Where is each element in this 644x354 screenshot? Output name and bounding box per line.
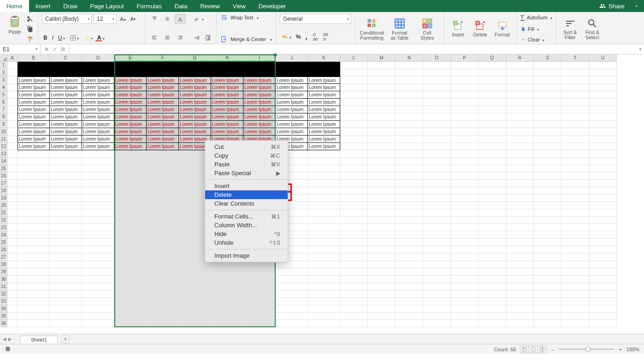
- cell-U31[interactable]: [589, 283, 617, 290]
- row-header-36[interactable]: 36: [0, 320, 7, 327]
- cell-S8[interactable]: [534, 113, 561, 121]
- cell-A31[interactable]: [7, 283, 18, 290]
- cell-C8[interactable]: Lorem Ipsum: [50, 113, 82, 121]
- cell-B14[interactable]: [18, 158, 50, 165]
- cell-P31[interactable]: [451, 283, 479, 290]
- cell-H2[interactable]: [211, 69, 243, 77]
- cell-O29[interactable]: [423, 268, 451, 276]
- cell-S29[interactable]: [534, 268, 561, 276]
- cell-K34[interactable]: [308, 305, 340, 313]
- cell-Q2[interactable]: [479, 69, 506, 77]
- cell-K18[interactable]: [308, 187, 340, 195]
- fill-button[interactable]: Fill: [528, 26, 534, 32]
- cell-S2[interactable]: [534, 69, 561, 77]
- cell-D18[interactable]: [82, 187, 114, 195]
- cell-F26[interactable]: [147, 246, 179, 254]
- tab-home[interactable]: Home: [0, 0, 29, 12]
- cell-B3[interactable]: Lorem Ipsum: [18, 77, 50, 84]
- cell-M21[interactable]: [368, 209, 396, 217]
- cell-D20[interactable]: [82, 202, 114, 209]
- row-header-25[interactable]: 25: [0, 239, 7, 246]
- cell-E19[interactable]: [114, 195, 147, 202]
- tab-insert[interactable]: Insert: [29, 0, 57, 12]
- column-header-R[interactable]: R: [506, 54, 534, 62]
- cell-N10[interactable]: [396, 128, 423, 136]
- cell-D35[interactable]: [82, 313, 114, 320]
- select-all-corner[interactable]: [0, 54, 7, 62]
- cell-T19[interactable]: [561, 195, 589, 202]
- increase-decimal-icon[interactable]: .0.00: [311, 31, 319, 43]
- row-header-20[interactable]: 20: [0, 202, 7, 209]
- cell-K30[interactable]: [308, 276, 340, 283]
- cell-C5[interactable]: Lorem Ipsum: [50, 91, 82, 99]
- cell-L12[interactable]: [340, 143, 368, 150]
- cell-M32[interactable]: [368, 290, 396, 298]
- cell-F20[interactable]: [147, 202, 179, 209]
- cell-F18[interactable]: [147, 187, 179, 195]
- cell-U17[interactable]: [589, 180, 617, 187]
- cell-T5[interactable]: [561, 91, 589, 99]
- cell-M19[interactable]: [368, 195, 396, 202]
- cell-D19[interactable]: [82, 195, 114, 202]
- cell-E14[interactable]: [114, 158, 147, 165]
- zoom-in-button[interactable]: +: [619, 347, 621, 352]
- cell-E22[interactable]: [114, 217, 147, 224]
- cell-N31[interactable]: [396, 283, 423, 290]
- cell-U22[interactable]: [589, 217, 617, 224]
- cell-M31[interactable]: [368, 283, 396, 290]
- cell-F25[interactable]: [147, 239, 179, 246]
- cell-D32[interactable]: [82, 290, 114, 298]
- cell-C4[interactable]: Lorem Ipsum: [50, 84, 82, 91]
- cell-B36[interactable]: [18, 320, 50, 327]
- cell-U11[interactable]: [589, 136, 617, 143]
- cell-L27[interactable]: [340, 254, 368, 261]
- cell-T16[interactable]: [561, 172, 589, 180]
- row-header-5[interactable]: 5: [0, 91, 7, 99]
- cell-K21[interactable]: [308, 209, 340, 217]
- zoom-out-button[interactable]: –: [551, 347, 554, 352]
- cell-O36[interactable]: [423, 320, 451, 327]
- cell-G29[interactable]: [179, 268, 211, 276]
- cell-U8[interactable]: [589, 113, 617, 121]
- cell-G31[interactable]: [179, 283, 211, 290]
- cell-N3[interactable]: [396, 77, 423, 84]
- row-header-32[interactable]: 32: [0, 290, 7, 298]
- macro-record-icon[interactable]: [5, 348, 11, 353]
- cell-B26[interactable]: [18, 246, 50, 254]
- cell-P33[interactable]: [451, 298, 479, 305]
- cell-E30[interactable]: [114, 276, 147, 283]
- cell-A2[interactable]: [7, 69, 18, 77]
- cell-R13[interactable]: [506, 150, 534, 158]
- cell-G7[interactable]: Lorem Ipsum: [179, 106, 211, 113]
- cell-L29[interactable]: [340, 268, 368, 276]
- zoom-slider[interactable]: [559, 348, 614, 350]
- cell-M22[interactable]: [368, 217, 396, 224]
- cell-J30[interactable]: [276, 276, 308, 283]
- cell-D33[interactable]: [82, 298, 114, 305]
- cell-U29[interactable]: [589, 268, 617, 276]
- cell-D16[interactable]: [82, 172, 114, 180]
- cell-M9[interactable]: [368, 121, 396, 128]
- cell-M4[interactable]: [368, 84, 396, 91]
- cell-D31[interactable]: [82, 283, 114, 290]
- cell-H5[interactable]: Lorem Ipsum: [211, 91, 243, 99]
- cell-T22[interactable]: [561, 217, 589, 224]
- cell-S13[interactable]: [534, 150, 561, 158]
- column-header-I[interactable]: I: [243, 54, 276, 62]
- row-header-30[interactable]: 30: [0, 276, 7, 283]
- cell-E33[interactable]: [114, 298, 147, 305]
- cell-B34[interactable]: [18, 305, 50, 313]
- cell-C25[interactable]: [50, 239, 82, 246]
- cell-F27[interactable]: [147, 254, 179, 261]
- cell-M24[interactable]: [368, 231, 396, 239]
- sheet-nav-next-icon[interactable]: ▶: [8, 336, 12, 342]
- cell-Q31[interactable]: [479, 283, 506, 290]
- cell-R35[interactable]: [506, 313, 534, 320]
- cell-S15[interactable]: [534, 165, 561, 172]
- cell-D4[interactable]: Lorem Ipsum: [82, 84, 114, 91]
- cell-L9[interactable]: [340, 121, 368, 128]
- cell-B22[interactable]: [18, 217, 50, 224]
- cell-J29[interactable]: [276, 268, 308, 276]
- cell-A1[interactable]: [7, 62, 18, 69]
- row-header-1[interactable]: 1: [0, 62, 7, 69]
